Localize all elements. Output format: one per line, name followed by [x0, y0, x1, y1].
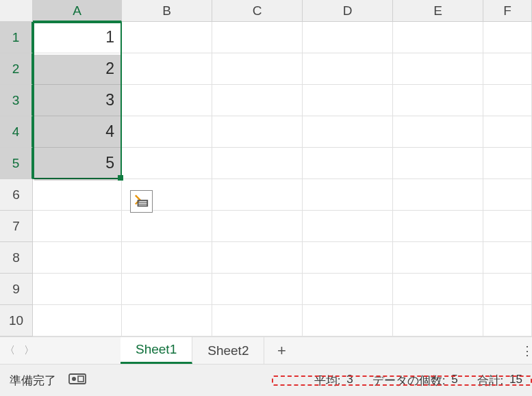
status-sum: 合計: 15 [477, 373, 522, 388]
row-header-10[interactable]: 10 [0, 305, 33, 336]
cell-D10[interactable] [303, 305, 393, 336]
cell-B5[interactable] [122, 148, 212, 179]
cell-F4[interactable] [483, 116, 532, 148]
column-headers: A B C D E F [0, 0, 532, 22]
cell-F10[interactable] [483, 305, 532, 336]
cell-C10[interactable] [212, 305, 303, 336]
cell-E3[interactable] [393, 85, 483, 116]
cell-F7[interactable] [483, 211, 532, 242]
svg-point-4 [72, 377, 76, 381]
cell-B4[interactable] [122, 116, 212, 148]
cell-C5[interactable] [212, 148, 303, 179]
quick-analysis-icon [134, 193, 149, 211]
cell-E5[interactable] [393, 148, 483, 179]
cell-A5[interactable]: 5 [33, 148, 122, 179]
cell-D5[interactable] [303, 148, 393, 179]
cell-F5[interactable] [483, 148, 532, 179]
cell-C8[interactable] [212, 242, 303, 274]
cell-E8[interactable] [393, 242, 483, 274]
cell-C1[interactable] [212, 22, 303, 53]
cell-D9[interactable] [303, 274, 393, 305]
cell-A6[interactable] [33, 179, 122, 211]
tab-nav-prev[interactable]: 〈 [0, 337, 19, 364]
cell-D2[interactable] [303, 53, 393, 85]
cell-F6[interactable] [483, 179, 532, 211]
cell-C7[interactable] [212, 211, 303, 242]
tab-nav-next[interactable]: 〉 [19, 337, 38, 364]
cell-F8[interactable] [483, 242, 532, 274]
cell-A2[interactable]: 2 [33, 53, 122, 85]
row-header-2[interactable]: 2 [0, 53, 33, 85]
select-all-corner[interactable] [0, 0, 33, 22]
cell-E4[interactable] [393, 116, 483, 148]
statusbar: 準備完了 平均: 3 データの個数: 5 合計: 15 [0, 364, 532, 396]
sheet-tabstrip: 〈 〉 Sheet1 Sheet2 + ⋮ [0, 336, 532, 364]
status-ready: 準備完了 [10, 373, 56, 388]
cell-B10[interactable] [122, 305, 212, 336]
column-header-A[interactable]: A [33, 0, 122, 22]
cell-B1[interactable] [122, 22, 212, 53]
svg-rect-5 [78, 376, 84, 382]
row-header-4[interactable]: 4 [0, 116, 33, 148]
cell-F1[interactable] [483, 22, 532, 53]
cell-E1[interactable] [393, 22, 483, 53]
cell-D1[interactable] [303, 22, 393, 53]
column-header-C[interactable]: C [212, 0, 303, 22]
cell-A3[interactable]: 3 [33, 85, 122, 116]
cell-B7[interactable] [122, 211, 212, 242]
cell-F2[interactable] [483, 53, 532, 85]
cell-A1[interactable]: 1 [33, 22, 122, 53]
sheet-tab-2[interactable]: Sheet2 [192, 337, 264, 364]
cell-E7[interactable] [393, 211, 483, 242]
tab-overflow-icon[interactable]: ⋮ [522, 337, 532, 364]
cell-D8[interactable] [303, 242, 393, 274]
row-header-7[interactable]: 7 [0, 211, 33, 242]
cell-C2[interactable] [212, 53, 303, 85]
cell-E10[interactable] [393, 305, 483, 336]
column-header-E[interactable]: E [393, 0, 483, 22]
cell-A8[interactable] [33, 242, 122, 274]
cell-E6[interactable] [393, 179, 483, 211]
cell-B9[interactable] [122, 274, 212, 305]
status-count: データの個数: 5 [372, 373, 458, 388]
cell-A10[interactable] [33, 305, 122, 336]
row-header-3[interactable]: 3 [0, 85, 33, 116]
cell-D3[interactable] [303, 85, 393, 116]
add-sheet-button[interactable]: + [264, 337, 299, 364]
cell-A7[interactable] [33, 211, 122, 242]
cell-B3[interactable] [122, 85, 212, 116]
row-header-6[interactable]: 6 [0, 179, 33, 211]
row-header-5[interactable]: 5 [0, 148, 33, 179]
column-header-F[interactable]: F [483, 0, 532, 22]
cell-C4[interactable] [212, 116, 303, 148]
cell-C9[interactable] [212, 274, 303, 305]
cell-E2[interactable] [393, 53, 483, 85]
row-header-1[interactable]: 1 [0, 22, 33, 53]
quick-analysis-button[interactable] [130, 190, 153, 213]
macro-record-icon[interactable] [68, 372, 86, 389]
column-header-B[interactable]: B [122, 0, 212, 22]
cell-B8[interactable] [122, 242, 212, 274]
cell-F3[interactable] [483, 85, 532, 116]
cell-F9[interactable] [483, 274, 532, 305]
cell-B2[interactable] [122, 53, 212, 85]
cell-A9[interactable] [33, 274, 122, 305]
cell-D6[interactable] [303, 179, 393, 211]
cell-C6[interactable] [212, 179, 303, 211]
cell-C3[interactable] [212, 85, 303, 116]
worksheet-grid: A B C D E F 1 1 2 2 3 3 4 4 [0, 0, 532, 336]
cell-A4[interactable]: 4 [33, 116, 122, 148]
status-average: 平均: 3 [314, 373, 353, 388]
row-header-8[interactable]: 8 [0, 242, 33, 274]
row-header-9[interactable]: 9 [0, 274, 33, 305]
cell-D7[interactable] [303, 211, 393, 242]
cell-D4[interactable] [303, 116, 393, 148]
column-header-D[interactable]: D [303, 0, 393, 22]
cell-E9[interactable] [393, 274, 483, 305]
sheet-tab-1[interactable]: Sheet1 [121, 337, 192, 364]
